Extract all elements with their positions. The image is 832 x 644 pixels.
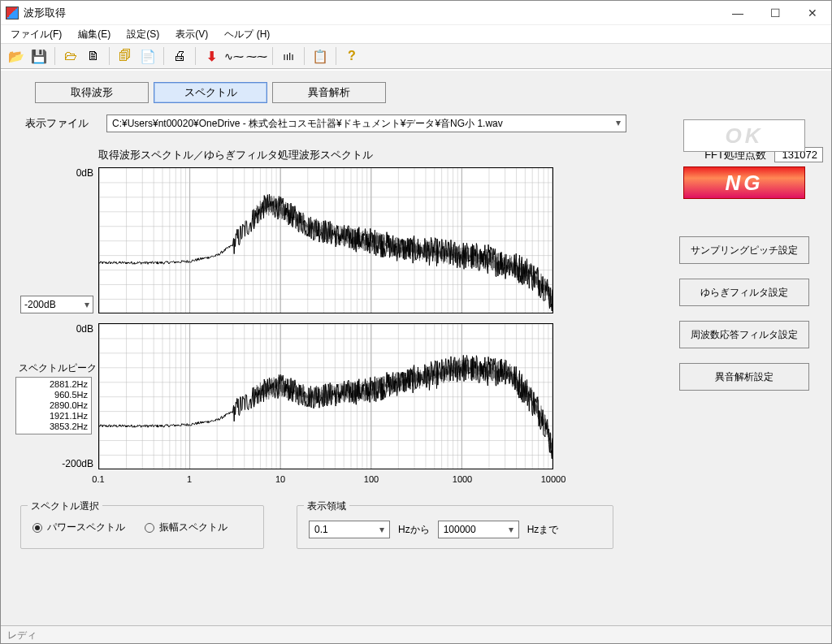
xtick: 100	[364, 474, 379, 484]
tab-spectrum[interactable]: スペクトル	[154, 82, 267, 103]
down-arrow-icon[interactable]: ⬇	[201, 45, 222, 67]
wave1-icon[interactable]: ∿⁓	[223, 45, 245, 67]
toolbar-separator	[163, 47, 164, 65]
tab-abnormal[interactable]: 異音解析	[272, 82, 386, 103]
maximize-button[interactable]: ☐	[756, 1, 794, 25]
radio-dot-icon	[32, 523, 42, 533]
save-icon[interactable]: 💾	[28, 45, 50, 67]
clipboard-icon[interactable]: 📋	[310, 45, 331, 67]
open2-icon[interactable]: 🗁	[60, 45, 81, 67]
minimize-button[interactable]: —	[719, 1, 756, 25]
peak-item: 3853.2Hz	[20, 421, 88, 432]
radio-amplitude-spectrum[interactable]: 振幅スペクトル	[145, 521, 228, 534]
toolbar: 📂 💾 🗁 🗎 🗐 📄 🖨 ⬇ ∿⁓ ⁓⁓ ıılı 📋 ?	[1, 43, 831, 69]
right-panel: OK NG サンプリングピッチ設定 ゆらぎフィルタ設定 周波数応答フィルタ設定 …	[675, 119, 813, 391]
bars-icon[interactable]: ıılı	[278, 45, 299, 67]
titlebar: 波形取得 — ☐ ✕	[1, 1, 831, 25]
file-label: 表示ファイル	[25, 116, 106, 131]
menu-settings[interactable]: 設定(S)	[120, 26, 166, 43]
close-button[interactable]: ✕	[794, 1, 831, 25]
wave2-icon[interactable]: ⁓⁓	[246, 45, 267, 67]
range-to-unit: Hzまで	[527, 523, 559, 537]
open-icon[interactable]: 📂	[6, 45, 27, 67]
display-range-group: 表示領域 0.1 Hzから 100000 Hzまで	[297, 505, 613, 549]
menu-view[interactable]: 表示(V)	[169, 26, 214, 43]
bottom-groups: スペクトル選択 パワースペクトル 振幅スペクトル 表示領域 0.1 Hzから 1…	[20, 505, 823, 549]
toolbar-separator	[54, 47, 55, 65]
range-to-select[interactable]: 100000	[438, 521, 519, 538]
ok-badge: OK	[683, 119, 805, 152]
toolbar-separator	[272, 47, 273, 65]
content-area: 取得波形 スペクトル 異音解析 表示ファイル C:¥Users¥nt00020¥…	[1, 71, 831, 625]
chart-title: 取得波形スペクトル／ゆらぎフィルタ処理波形スペクトル	[98, 148, 373, 162]
tabs-row: 取得波形 スペクトル 異音解析	[35, 82, 823, 103]
status-text: レディ	[7, 629, 37, 641]
xtick: 1	[187, 474, 192, 484]
menu-help[interactable]: ヘルプ (H)	[218, 26, 276, 43]
xtick: 10	[275, 474, 285, 484]
radio-power-spectrum[interactable]: パワースペクトル	[32, 521, 125, 534]
menu-edit[interactable]: 編集(E)	[72, 26, 117, 43]
radio-dot-icon	[145, 523, 154, 533]
peak-item: 2890.0Hz	[20, 400, 88, 411]
peak-list-label: スペクトルピーク	[19, 361, 100, 375]
sampling-pitch-button[interactable]: サンプリングピッチ設定	[679, 236, 809, 264]
spectrum-select-group: スペクトル選択 パワースペクトル 振幅スペクトル	[20, 505, 264, 549]
chart2-ybottom-select[interactable]: -200dB	[62, 458, 93, 469]
paste-icon[interactable]: 📄	[137, 45, 158, 67]
spectrum-select-legend: スペクトル選択	[28, 499, 102, 513]
copy-icon[interactable]: 🗐	[115, 45, 136, 67]
range-from-select[interactable]: 0.1	[309, 521, 390, 538]
xtick: 10000	[541, 474, 566, 484]
chart1-ytop: 0dB	[76, 167, 93, 179]
xtick: 1000	[453, 474, 472, 484]
abnormal-analysis-button[interactable]: 異音解析設定	[679, 363, 809, 391]
toolbar-separator	[304, 47, 305, 65]
tab-waveform[interactable]: 取得波形	[35, 82, 149, 103]
chart1-ybottom-select[interactable]: -200dB	[20, 296, 93, 313]
chart2-ytop: 0dB	[76, 323, 93, 335]
peak-item: 1921.1Hz	[20, 411, 88, 421]
menubar: ファイル(F) 編集(E) 設定(S) 表示(V) ヘルプ (H)	[1, 25, 831, 43]
freq-response-filter-button[interactable]: 周波数応答フィルタ設定	[679, 321, 809, 348]
app-icon	[6, 6, 19, 19]
print-icon[interactable]: 🖨	[169, 45, 190, 67]
peak-list: 2881.2Hz 960.5Hz 2890.0Hz 1921.1Hz 3853.…	[15, 377, 92, 434]
window-title: 波形取得	[24, 6, 719, 20]
yuragi-filter-button[interactable]: ゆらぎフィルタ設定	[679, 279, 809, 306]
range-from-unit: Hzから	[398, 523, 430, 537]
chart1-plot	[98, 167, 553, 313]
chart2-plot	[98, 323, 553, 469]
help-icon[interactable]: ?	[341, 45, 362, 67]
display-range-legend: 表示領域	[304, 499, 349, 513]
toolbar-separator	[109, 47, 110, 65]
savecopy-icon[interactable]: 🗎	[83, 45, 104, 67]
peak-item: 960.5Hz	[20, 390, 88, 400]
file-select[interactable]: C:¥Users¥nt00020¥OneDrive - 株式会社コスモ計器¥ドキ…	[106, 115, 626, 132]
toolbar-separator	[336, 47, 336, 65]
peak-item: 2881.2Hz	[20, 379, 88, 390]
menu-file[interactable]: ファイル(F)	[4, 26, 68, 43]
xaxis-labels: 0.1 1 10 100 1000 10000	[98, 474, 553, 491]
xtick: 0.1	[92, 474, 104, 484]
ng-badge: NG	[683, 166, 805, 199]
toolbar-separator	[195, 47, 196, 65]
statusbar: レディ	[1, 625, 831, 643]
